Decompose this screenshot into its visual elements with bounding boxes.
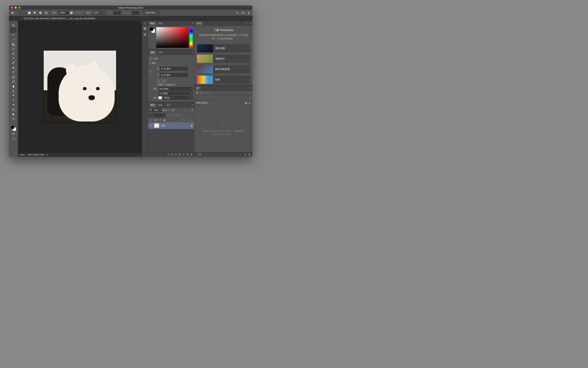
lock-trans-icon[interactable]: ▦ <box>154 119 156 121</box>
height-input[interactable] <box>160 73 188 77</box>
panel-menu-icon[interactable]: ≡ <box>192 22 193 25</box>
collapse-right-icon[interactable]: » <box>140 21 141 24</box>
sort-by-select[interactable]: 按类型查看▾ <box>196 101 209 104</box>
move-tool[interactable] <box>11 23 16 28</box>
panel-menu-icon[interactable]: ≡ <box>192 104 193 106</box>
select-and-mask-button[interactable]: 选择并遮住... <box>143 11 159 15</box>
zoom-tool[interactable] <box>11 117 16 121</box>
group-icon[interactable]: 🗀 <box>183 153 185 156</box>
tab-libraries[interactable]: 库 <box>195 86 201 90</box>
collapse-icon[interactable]: « <box>149 21 150 24</box>
expand-dock-icon[interactable]: « <box>144 22 146 25</box>
selection-intersect-icon[interactable] <box>44 11 48 15</box>
fill-swatch[interactable] <box>158 96 162 99</box>
history-brush-tool[interactable] <box>11 70 16 74</box>
document-canvas[interactable] <box>18 21 142 153</box>
tab-close-icon[interactable]: × <box>21 17 23 20</box>
learn-item-basics[interactable]: 基本技能› <box>197 44 250 52</box>
filter-adjust-icon[interactable]: ◐ <box>165 109 167 111</box>
lock-nest-icon[interactable]: ▫ <box>162 119 162 121</box>
visibility-icon[interactable]: 👁 <box>149 124 153 127</box>
brush-tool[interactable] <box>11 61 16 65</box>
document-tab[interactable]: × 15CC0256-31B0-4046-80CC-3DB0FD8A5107_1… <box>19 17 97 20</box>
lock-paint-icon[interactable]: ✎ <box>157 119 158 121</box>
marquee-tool[interactable] <box>11 28 16 32</box>
learn-item-paint[interactable]: 绘画› <box>197 76 250 84</box>
lib-trash-icon[interactable]: 🗑 <box>248 153 250 156</box>
tab-swatches[interactable]: 色板 <box>156 21 165 26</box>
panel-grip-icon[interactable]: •• <box>11 22 16 23</box>
new-layer-icon[interactable]: ⊞ <box>187 153 189 156</box>
portrait-orient-icon[interactable] <box>157 79 161 83</box>
link-wh-icon[interactable]: ⧉ <box>149 71 151 73</box>
fill-type-select[interactable]: 背景色▾ <box>163 96 193 100</box>
stamp-tool[interactable] <box>11 65 16 70</box>
lasso-tool[interactable] <box>11 33 16 37</box>
search-scope-chevron[interactable]: ▾ <box>249 92 250 94</box>
color-field[interactable] <box>156 27 189 48</box>
filter-kind-select[interactable]: 🔍 类型▾ <box>149 108 162 112</box>
landscape-orient-icon[interactable] <box>162 79 166 83</box>
width-input[interactable] <box>160 67 188 71</box>
fx-icon[interactable]: fx <box>171 153 173 156</box>
filter-shape-icon[interactable]: ▭ <box>170 109 172 111</box>
traffic-zoom[interactable] <box>18 7 20 9</box>
tab-adjustments[interactable]: 调整 <box>156 50 165 55</box>
status-docsize[interactable]: 文档:2.25M/2.25M <box>27 153 44 156</box>
tab-learn[interactable]: 学习 <box>195 21 203 26</box>
hand-tool[interactable] <box>11 112 16 116</box>
learn-item-retouch[interactable]: 修复照片› <box>197 55 250 63</box>
grid-view-icon[interactable]: ▦ <box>245 102 247 104</box>
feather-input[interactable] <box>58 11 69 15</box>
tab-layers[interactable]: 图层 <box>149 103 156 107</box>
quick-select-tool[interactable] <box>11 37 16 42</box>
panel-menu-icon[interactable]: ≡ <box>250 87 251 89</box>
lib-sync-icon[interactable]: ☁ <box>244 153 246 156</box>
status-chevron-icon[interactable]: ▸ <box>46 154 48 156</box>
list-view-icon[interactable]: ≣ <box>249 102 250 104</box>
blur-tool[interactable] <box>11 84 16 88</box>
filter-type-icon[interactable]: T <box>168 109 169 111</box>
hue-slider[interactable] <box>190 27 193 48</box>
lock-all-icon[interactable]: 🔒 <box>163 119 166 121</box>
layer-name[interactable]: 背景 <box>161 124 165 127</box>
filter-toggle[interactable]: ⦿ <box>191 109 193 111</box>
layer-row-background[interactable]: 👁 背景 🔒 <box>148 122 194 129</box>
dodge-tool[interactable] <box>11 89 16 93</box>
eyedropper-tool[interactable] <box>11 51 16 56</box>
panel-menu-icon[interactable]: ≡ <box>192 51 193 54</box>
heal-tool[interactable] <box>11 56 16 60</box>
search-icon[interactable] <box>236 11 240 15</box>
history-panel-icon[interactable] <box>143 27 147 31</box>
shape-tool[interactable] <box>11 107 16 112</box>
adjustment-icon[interactable]: ◐ <box>179 153 181 156</box>
antialias-checkbox[interactable]: 消除锯齿 <box>70 11 82 14</box>
tab-channels[interactable]: 通道 <box>156 103 165 107</box>
crop-tool[interactable] <box>11 42 16 46</box>
status-zoom[interactable]: 100% <box>19 154 25 156</box>
library-search-input[interactable] <box>200 92 248 94</box>
color-mode-select[interactable]: RGB 颜色▾ <box>158 87 193 91</box>
edit-toolbar-icon[interactable]: ⋯ <box>11 121 16 124</box>
path-select-tool[interactable] <box>11 103 16 107</box>
selection-add-icon[interactable] <box>33 11 37 15</box>
type-tool[interactable]: T <box>11 98 16 102</box>
lock-pos-icon[interactable]: ✥ <box>159 119 161 121</box>
swap-wh-icon[interactable]: ⇄ <box>122 12 124 14</box>
library-picker[interactable]: ▾ <box>194 96 252 101</box>
tab-paths[interactable]: 路径 <box>165 103 172 107</box>
selection-new-icon[interactable] <box>27 11 31 15</box>
color-swatches[interactable] <box>10 125 16 131</box>
bit-depth-select[interactable]: 8 位/通道▾ <box>158 92 193 95</box>
color-swatch-pair[interactable] <box>149 27 155 33</box>
traffic-close[interactable] <box>11 7 13 9</box>
mask-icon[interactable]: ◯ <box>175 153 177 156</box>
share-icon[interactable] <box>247 11 251 15</box>
quickmask-tool[interactable] <box>11 131 16 136</box>
pen-tool[interactable] <box>11 93 16 98</box>
home-button[interactable] <box>10 11 15 15</box>
selection-subtract-icon[interactable] <box>38 11 43 15</box>
workspace-switcher-icon[interactable]: ▾ <box>241 11 245 15</box>
style-select[interactable]: 正常▾ <box>92 11 106 15</box>
layer-thumbnail[interactable] <box>154 123 159 128</box>
